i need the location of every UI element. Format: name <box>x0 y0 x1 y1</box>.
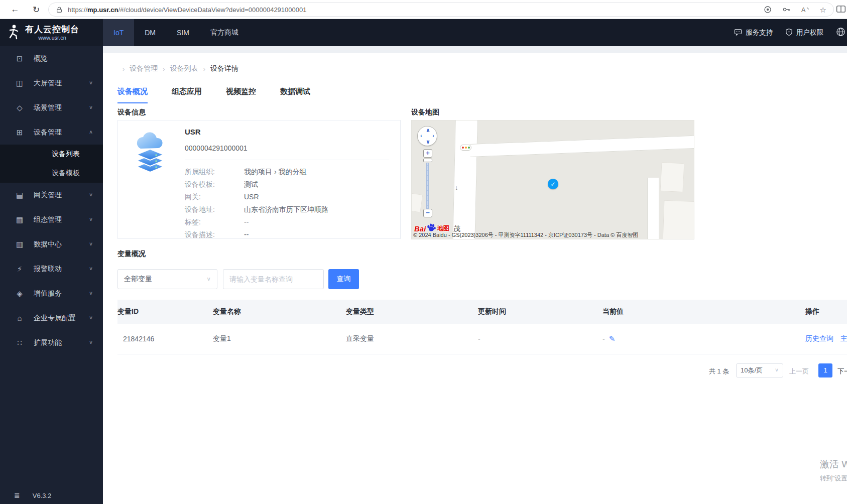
user-permission-link[interactable]: 用户权限 <box>785 28 823 38</box>
map-building <box>660 162 685 192</box>
sidebar-item-icon: ▥ <box>15 240 24 249</box>
action-link[interactable]: 主 <box>840 334 847 342</box>
sidebar-item[interactable]: ◇ 场景管理 ∨ <box>0 95 103 120</box>
top-nav-item[interactable]: DM <box>134 19 166 46</box>
field-value: USR <box>244 191 259 203</box>
location-icon[interactable] <box>764 6 772 14</box>
map-zoom-out-button[interactable]: − <box>423 209 432 217</box>
road-direction-arrow-icon: ↓ <box>455 184 458 191</box>
sidebar-item[interactable]: ◈ 增值服务 ∨ <box>0 281 103 306</box>
browser-refresh-button[interactable]: ↻ <box>30 4 42 16</box>
baidu-map[interactable]: ↓ ∧ ∨ ‹ › + − ✓ Bai <box>411 120 694 239</box>
top-nav-item[interactable]: SIM <box>166 19 200 46</box>
device-info-title: 设备信息 <box>117 108 401 120</box>
version-label: V6.3.2 <box>33 492 52 499</box>
page-size-select[interactable]: 10条/页 ∨ <box>736 363 783 377</box>
table-header-cell: 当前值 <box>602 300 805 324</box>
previous-page-button[interactable]: 上一页 <box>789 367 809 376</box>
svg-text:A: A <box>801 7 806 14</box>
language-globe-icon[interactable] <box>836 27 845 39</box>
map-road-horizontal <box>470 135 694 157</box>
chevron-icon: ∨ <box>89 291 93 296</box>
sidebar-version: ≣ V6.3.2 <box>14 491 51 499</box>
map-zoom-in-button[interactable]: + <box>423 149 432 158</box>
sidebar-item[interactable]: ▥ 数据中心 ∨ <box>0 232 103 257</box>
app-header: 有人云控制台 www.usr.cn IoTDMSIM官方商城 服务支持 用户权限 <box>0 19 847 46</box>
sidebar-item[interactable]: ◫ 大屏管理 ∨ <box>0 71 103 95</box>
current-page-button[interactable]: 1 <box>818 363 832 377</box>
chevron-icon: ∨ <box>89 315 93 321</box>
service-support-link[interactable]: 服务支持 <box>734 28 773 38</box>
pan-left-icon[interactable]: ‹ <box>420 133 422 139</box>
sidebar-item[interactable]: 设备列表 <box>0 145 103 164</box>
chevron-down-icon: ∨ <box>775 367 779 373</box>
breadcrumb-item[interactable]: › 设备管理 <box>117 64 158 73</box>
brand-title: 有人云控制台 <box>25 25 79 34</box>
pan-down-icon[interactable]: ∨ <box>426 139 430 145</box>
map-zoom-slider-track[interactable] <box>426 163 429 209</box>
windows-activation-watermark: 激活 Windows 转到"设置"以激活 Windows。 <box>820 458 847 483</box>
sidebar-item[interactable]: 设备模板 <box>0 164 103 183</box>
sidebar-item-label: 大屏管理 <box>34 79 62 88</box>
field-label: 标签: <box>185 216 244 228</box>
sidebar-item-icon: ▦ <box>15 215 24 224</box>
detail-tab[interactable]: 数据调试 <box>280 87 310 103</box>
sidebar-item[interactable]: ▤ 网关管理 ∨ <box>0 183 103 207</box>
browser-toolbar: ← ↻ https://mp.usr.cn/#/cloud/device/Vie… <box>0 0 847 19</box>
sidebar-item[interactable]: ⊞ 设备管理 ∧ <box>0 120 103 145</box>
field-label: 设备模板: <box>185 178 244 191</box>
sidebar-item-label: 组态管理 <box>34 215 62 224</box>
query-button[interactable]: 查询 <box>328 269 359 289</box>
split-screen-icon[interactable] <box>836 5 846 16</box>
read-aloud-icon[interactable]: A <box>801 6 809 14</box>
field-label: 网关: <box>185 191 244 203</box>
brand-logo[interactable]: 有人云控制台 www.usr.cn <box>0 19 103 46</box>
variable-type-select[interactable]: 全部变量 ∨ <box>117 269 217 289</box>
action-link[interactable]: 历史查询 <box>805 334 833 342</box>
map-attribution: © 2024 Baidu - GS(2023)3206号 - 甲测资字11111… <box>413 231 638 239</box>
chevron-down-icon: ∨ <box>206 276 211 282</box>
detail-tab[interactable]: 设备概况 <box>117 87 148 103</box>
sidebar-item[interactable]: ⚡ 报警联动 ∨ <box>0 257 103 281</box>
breadcrumb: › 设备管理 › 设备列表 › 设备详情 <box>117 64 847 73</box>
watermark-line2: 转到"设置"以激活 Windows。 <box>820 474 847 483</box>
breadcrumb-item[interactable]: › 设备列表 <box>158 64 198 73</box>
top-nav-item[interactable]: IoT <box>103 19 134 46</box>
chevron-icon: ∨ <box>89 80 93 86</box>
map-zoom-slider-handle[interactable] <box>423 159 432 162</box>
sidebar-item[interactable]: ⌂ 企业专属配置 ∨ <box>0 306 103 330</box>
sidebar-item-label: 数据中心 <box>34 240 62 249</box>
sidebar-menu: ⊡ 概览 ◫ 大屏管理 ∨ ◇ 场景管理 ∨ ⊞ 设备管理 ∧ 设备列表 <box>0 46 103 355</box>
variable-id-cell: 21842146 <box>117 324 213 354</box>
top-nav-item[interactable]: 官方商城 <box>200 19 249 46</box>
detail-tab[interactable]: 视频监控 <box>226 87 256 103</box>
edit-value-icon[interactable]: ✎ <box>609 334 616 343</box>
pagination-total: 共 1 条 <box>709 367 729 376</box>
breadcrumb-item[interactable]: › 设备详情 <box>198 64 238 73</box>
browser-address-bar[interactable]: https://mp.usr.cn/#/cloud/device/ViewDev… <box>48 3 834 17</box>
field-label: 设备地址: <box>185 203 244 216</box>
map-pan-control[interactable]: ∧ ∨ ‹ › <box>417 126 437 146</box>
top-nav: IoTDMSIM官方商城 <box>103 19 249 46</box>
usr-person-logo-icon <box>7 24 21 42</box>
field-value: 我的项目 › 我的分组 <box>244 166 306 178</box>
sidebar-item[interactable]: ⊡ 概览 <box>0 46 103 71</box>
sidebar-item-label: 概览 <box>34 54 48 63</box>
detail-tab[interactable]: 组态应用 <box>172 87 202 103</box>
sidebar-item[interactable]: ∷ 扩展功能 ∨ <box>0 330 103 355</box>
chevron-icon: ∨ <box>89 340 93 345</box>
next-page-button[interactable]: 下一页 <box>837 367 847 376</box>
sidebar-item[interactable]: ▦ 组态管理 ∨ <box>0 207 103 232</box>
sidebar-item-icon: ⚡ <box>15 265 24 274</box>
password-key-icon[interactable] <box>782 6 790 14</box>
sidebar-item-label: 扩展功能 <box>34 338 62 347</box>
device-location-marker[interactable]: ✓ <box>548 179 558 189</box>
field-value: 山东省济南市历下区坤顺路 <box>244 203 328 216</box>
breadcrumb-label: 设备列表 <box>170 64 198 73</box>
browser-back-button[interactable]: ← <box>9 4 21 16</box>
pan-up-icon[interactable]: ∧ <box>426 127 430 134</box>
variable-search-input[interactable] <box>223 269 324 289</box>
field-value: -- <box>244 216 249 228</box>
favorites-star-icon[interactable]: ☆ <box>820 6 826 14</box>
pan-right-icon[interactable]: › <box>432 133 434 139</box>
